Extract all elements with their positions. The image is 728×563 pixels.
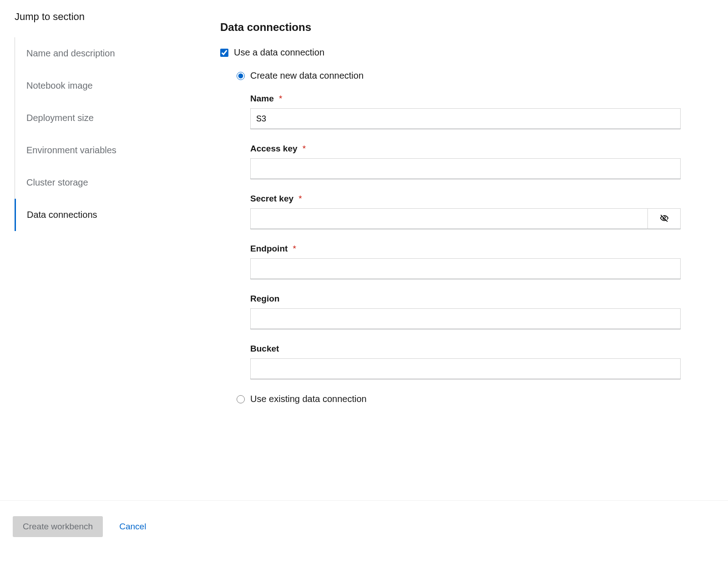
sidebar-title: Jump to section	[11, 11, 220, 23]
endpoint-label-text: Endpoint	[250, 244, 288, 253]
required-mark: *	[279, 94, 282, 103]
footer: Create workbench Cancel	[0, 500, 728, 553]
create-connection-form: Name * Access key * Secret key *	[250, 94, 681, 379]
bucket-label-text: Bucket	[250, 344, 279, 353]
radio-create-row: Create new data connection	[237, 70, 681, 81]
main-content: Data connections Use a data connection C…	[220, 11, 717, 489]
sidebar-item-label: Notebook image	[26, 80, 93, 90]
section-title: Data connections	[220, 21, 681, 34]
sidebar-item-label: Data connections	[27, 210, 97, 220]
nav-list: Name and description Notebook image Depl…	[15, 37, 220, 231]
sidebar-item-label: Name and description	[26, 48, 115, 58]
sidebar-item-environment-variables[interactable]: Environment variables	[15, 134, 220, 166]
access-key-label: Access key *	[250, 144, 681, 154]
radio-use-existing[interactable]	[237, 395, 245, 403]
use-data-connection-checkbox[interactable]	[220, 49, 228, 57]
secret-key-label: Secret key *	[250, 194, 681, 204]
sidebar-item-notebook-image[interactable]: Notebook image	[15, 70, 220, 102]
secret-key-input-group	[250, 208, 681, 229]
region-label: Region	[250, 294, 681, 304]
sidebar-item-data-connections[interactable]: Data connections	[15, 199, 220, 231]
field-name: Name *	[250, 94, 681, 129]
bucket-input[interactable]	[250, 358, 681, 379]
name-label: Name *	[250, 94, 681, 104]
name-input[interactable]	[250, 108, 681, 129]
cancel-button[interactable]: Cancel	[117, 516, 148, 537]
create-workbench-button[interactable]: Create workbench	[13, 516, 103, 537]
secret-key-input[interactable]	[250, 208, 648, 229]
region-label-text: Region	[250, 294, 279, 303]
name-label-text: Name	[250, 94, 274, 103]
sidebar-item-cluster-storage[interactable]: Cluster storage	[15, 166, 220, 199]
radio-existing-label: Use existing data connection	[250, 394, 367, 404]
eye-slash-icon	[660, 214, 669, 224]
toggle-secret-visibility-button[interactable]	[648, 208, 681, 229]
access-key-label-text: Access key	[250, 144, 298, 153]
sidebar: Jump to section Name and description Not…	[11, 11, 220, 489]
use-data-connection-row: Use a data connection	[220, 47, 681, 58]
sidebar-item-label: Environment variables	[26, 145, 116, 155]
field-region: Region	[250, 294, 681, 329]
field-access-key: Access key *	[250, 144, 681, 179]
endpoint-label: Endpoint *	[250, 244, 681, 254]
field-secret-key: Secret key *	[250, 194, 681, 229]
sidebar-item-name-description[interactable]: Name and description	[15, 37, 220, 70]
required-mark: *	[303, 144, 306, 153]
field-endpoint: Endpoint *	[250, 244, 681, 279]
required-mark: *	[293, 244, 296, 253]
radio-create-new[interactable]	[237, 72, 245, 80]
data-connection-radio-group: Create new data connection Name * Access…	[237, 70, 681, 404]
use-data-connection-label: Use a data connection	[234, 47, 324, 58]
field-bucket: Bucket	[250, 344, 681, 379]
secret-key-label-text: Secret key	[250, 194, 293, 203]
radio-create-label: Create new data connection	[250, 70, 364, 81]
required-mark: *	[298, 194, 302, 203]
region-input[interactable]	[250, 308, 681, 329]
sidebar-item-deployment-size[interactable]: Deployment size	[15, 102, 220, 134]
sidebar-item-label: Cluster storage	[26, 177, 88, 187]
endpoint-input[interactable]	[250, 258, 681, 279]
bucket-label: Bucket	[250, 344, 681, 354]
access-key-input[interactable]	[250, 158, 681, 179]
radio-existing-row: Use existing data connection	[237, 394, 681, 404]
sidebar-item-label: Deployment size	[26, 113, 94, 123]
